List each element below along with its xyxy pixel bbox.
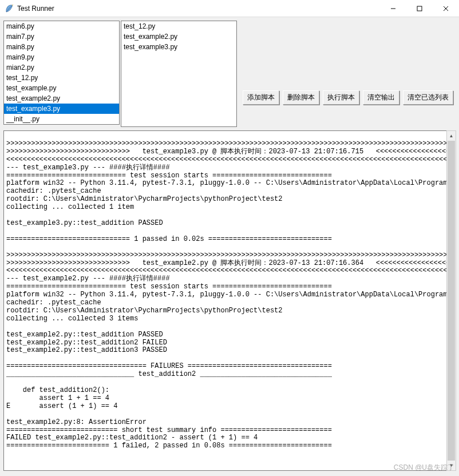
scroll-up-arrow-icon[interactable]: ▲: [447, 131, 456, 141]
available-scripts-list[interactable]: main6.pymain7.pymain8.pymain9.pymian2.py…: [3, 21, 120, 125]
clear-selected-button[interactable]: 清空已选列表: [403, 90, 453, 105]
scroll-down-arrow-icon[interactable]: ▼: [447, 461, 456, 470]
svg-rect-1: [417, 6, 422, 11]
window-title: Test Runner: [17, 5, 54, 13]
list-item[interactable]: test_12.py: [4, 73, 119, 83]
list-item[interactable]: mian2.py: [4, 62, 119, 73]
close-button[interactable]: [433, 0, 459, 17]
list-item[interactable]: main7.py: [4, 31, 119, 42]
minimize-button[interactable]: [380, 0, 406, 17]
maximize-button[interactable]: [406, 0, 433, 17]
list-item[interactable]: __init__.py: [4, 114, 119, 124]
titlebar: Test Runner: [0, 0, 459, 17]
add-script-button[interactable]: 添加脚本: [243, 90, 279, 105]
app-icon: [5, 4, 14, 13]
run-script-button[interactable]: 执行脚本: [323, 90, 359, 105]
list-item[interactable]: test_example2.py: [4, 93, 119, 104]
list-item[interactable]: test_example.py: [4, 83, 119, 93]
scroll-thumb[interactable]: [448, 141, 455, 461]
output-console[interactable]: >>>>>>>>>>>>>>>>>>>>>>>>>>>>>>>>>>>>>>>>…: [3, 130, 453, 471]
list-item[interactable]: test_12.py: [121, 21, 236, 31]
list-item[interactable]: main9.py: [4, 52, 119, 62]
list-item[interactable]: main8.py: [4, 42, 119, 52]
list-item[interactable]: test_example3.py: [121, 42, 236, 52]
list-item[interactable]: test_example2.py: [121, 31, 236, 42]
clear-output-button[interactable]: 清空输出: [363, 90, 399, 105]
remove-script-button[interactable]: 删除脚本: [283, 90, 319, 105]
output-scrollbar[interactable]: ▲ ▼: [446, 130, 456, 471]
selected-scripts-list[interactable]: test_12.pytest_example2.pytest_example3.…: [121, 21, 237, 127]
list-item[interactable]: main6.py: [4, 21, 119, 31]
list-item[interactable]: test_example3.py: [4, 104, 119, 114]
button-row: 添加脚本 删除脚本 执行脚本 清空输出 清空已选列表: [237, 17, 459, 124]
